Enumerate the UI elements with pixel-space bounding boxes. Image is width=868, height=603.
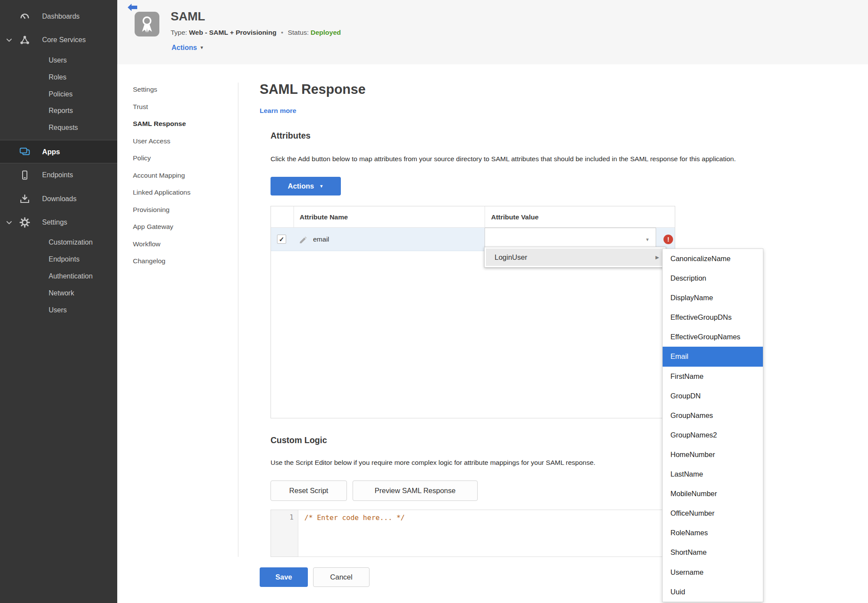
apps-icon: [19, 146, 30, 157]
sidebar-item-label: Requests: [49, 124, 78, 132]
submenu-item-uuid[interactable]: Uuid: [663, 582, 763, 602]
sidebar-item-roles[interactable]: Roles: [0, 69, 117, 86]
sidebar-item-authentication[interactable]: Authentication: [0, 268, 117, 285]
value-dropdown-menu: LoginUser ▶: [484, 247, 666, 268]
sidebar-item-label: Downloads: [42, 195, 76, 203]
sidebar-item-dashboards[interactable]: Dashboards: [0, 8, 117, 25]
type-value: Web - SAML + Provisioning: [189, 29, 276, 36]
back-arrow-icon[interactable]: [127, 3, 138, 11]
column-header-attribute-value: Attribute Value: [491, 206, 538, 228]
page-title: SAML Response: [260, 82, 366, 97]
gear-icon: [19, 217, 30, 228]
subnav-item-settings[interactable]: Settings: [133, 81, 191, 98]
subnav-item-saml-response[interactable]: SAML Response: [133, 115, 191, 133]
sidebar-item-label: Authentication: [49, 272, 92, 280]
sidebar-item-settings-users[interactable]: Users: [0, 302, 117, 319]
chevron-down-icon: [6, 219, 13, 226]
endpoints-device-icon: [19, 169, 30, 181]
subnav-item-provisioning[interactable]: Provisioning: [133, 201, 191, 219]
award-ribbon-icon: [135, 12, 159, 36]
sidebar-item-downloads[interactable]: Downloads: [0, 190, 117, 208]
sidebar-item-label: Roles: [49, 73, 66, 81]
submenu-item-description[interactable]: Description: [663, 268, 763, 288]
subnav-item-user-access[interactable]: User Access: [133, 133, 191, 150]
check-icon: ✓: [279, 235, 284, 243]
submenu-item-email-selected[interactable]: Email: [663, 347, 763, 366]
sidebar-item-reports[interactable]: Reports: [0, 102, 117, 119]
sidebar-item-label: Network: [49, 289, 74, 297]
submenu-item-homenumber[interactable]: HomeNumber: [663, 445, 763, 464]
submenu-item-firstname[interactable]: FirstName: [663, 367, 763, 386]
sidebar-item-users[interactable]: Users: [0, 52, 117, 69]
download-icon: [19, 193, 30, 205]
submenu-item-officenumber[interactable]: OfficeNumber: [663, 504, 763, 523]
sidebar-item-label: Settings: [42, 219, 67, 226]
sidebar-item-apps-active[interactable]: Apps: [0, 140, 117, 163]
custom-logic-description: Use the Script Editor below if you requi…: [271, 459, 595, 467]
reset-script-button[interactable]: Reset Script: [271, 480, 347, 501]
attribute-name-cell: email: [313, 228, 329, 251]
submenu-item-displayname[interactable]: DisplayName: [663, 288, 763, 308]
sidebar-item-label: Users: [49, 56, 67, 64]
subnav-item-linked-applications[interactable]: Linked Applications: [133, 184, 191, 201]
subnav-item-app-gateway[interactable]: App Gateway: [133, 218, 191, 235]
sidebar-item-core-services[interactable]: Core Services: [0, 31, 117, 49]
subnav-item-changelog[interactable]: Changelog: [133, 252, 191, 270]
sidebar-item-network[interactable]: Network: [0, 285, 117, 302]
subnav-item-account-mapping[interactable]: Account Mapping: [133, 167, 191, 184]
preview-saml-response-button[interactable]: Preview SAML Response: [353, 480, 478, 501]
submenu-item-effectivegroupnames[interactable]: EffectiveGroupNames: [663, 327, 763, 347]
status-label: Status:: [288, 29, 309, 36]
meta-bullet: •: [281, 29, 283, 36]
submenu-item-username[interactable]: Username: [663, 563, 763, 582]
attributes-heading: Attributes: [271, 131, 310, 141]
table-header-row: Attribute Name Attribute Value: [271, 206, 675, 228]
submenu-item-mobilenumber[interactable]: MobileNumber: [663, 484, 763, 504]
cancel-button[interactable]: Cancel: [313, 567, 370, 587]
page: Dashboards Core Services Users Roles Pol…: [0, 0, 868, 603]
submenu-item-rolenames[interactable]: RoleNames: [663, 523, 763, 543]
loginuser-submenu: CanonicalizeName Description DisplayName…: [662, 248, 763, 602]
submenu-item-groupdn[interactable]: GroupDN: [663, 386, 763, 406]
subnav-item-policy[interactable]: Policy: [133, 149, 191, 167]
menu-item-loginuser[interactable]: LoginUser ▶: [486, 248, 664, 266]
script-editor: 1 /* Enter code here... */: [271, 510, 675, 557]
menu-item-label: LoginUser: [495, 253, 527, 262]
submenu-item-canonicalizename[interactable]: CanonicalizeName: [663, 249, 763, 268]
custom-logic-heading: Custom Logic: [271, 435, 327, 445]
submenu-item-shortname[interactable]: ShortName: [663, 543, 763, 562]
sidebar-item-label: Core Services: [42, 36, 86, 44]
editor-code-area[interactable]: /* Enter code here... */: [298, 510, 674, 557]
header-actions-menu[interactable]: Actions▼: [172, 44, 204, 52]
sidebar-item-endpoints[interactable]: Endpoints: [0, 166, 117, 184]
sidebar-item-customization[interactable]: Customization: [0, 234, 117, 251]
edit-pencil-icon[interactable]: [299, 235, 307, 243]
submenu-item-groupnames2[interactable]: GroupNames2: [663, 425, 763, 445]
subnav-item-trust[interactable]: Trust: [133, 98, 191, 116]
sidebar-item-label: Users: [49, 306, 67, 314]
chevron-down-icon: [6, 36, 13, 43]
sidebar-item-settings[interactable]: Settings: [0, 214, 117, 231]
learn-more-link[interactable]: Learn more: [260, 107, 296, 115]
sidebar-item-requests[interactable]: Requests: [0, 119, 117, 136]
column-divider: [294, 206, 294, 228]
actions-button-label: Actions: [288, 182, 314, 190]
attributes-actions-button[interactable]: Actions▼: [271, 177, 341, 195]
sidebar-item-policies[interactable]: Policies: [0, 86, 117, 103]
submenu-item-effectivegroupdns[interactable]: EffectiveGroupDNs: [663, 308, 763, 327]
save-button[interactable]: Save: [260, 567, 308, 587]
dashboard-gauge-icon: [19, 11, 30, 22]
app-subnav: Settings Trust SAML Response User Access…: [133, 81, 191, 270]
subnav-item-workflow[interactable]: Workflow: [133, 235, 191, 253]
error-icon[interactable]: !: [663, 235, 673, 244]
status-value: Deployed: [310, 29, 341, 36]
attributes-description: Click the Add button below to map attrib…: [271, 155, 736, 163]
submenu-item-groupnames[interactable]: GroupNames: [663, 406, 763, 425]
caret-down-icon: ▼: [200, 45, 204, 50]
nav-divider: [238, 83, 238, 557]
sidebar-item-settings-endpoints[interactable]: Endpoints: [0, 251, 117, 268]
row-checkbox[interactable]: ✓: [277, 235, 286, 244]
submenu-item-lastname[interactable]: LastName: [663, 464, 763, 484]
header-actions-label: Actions: [172, 44, 197, 51]
attributes-table: Attribute Name Attribute Value ✓ email ▼…: [271, 206, 675, 418]
